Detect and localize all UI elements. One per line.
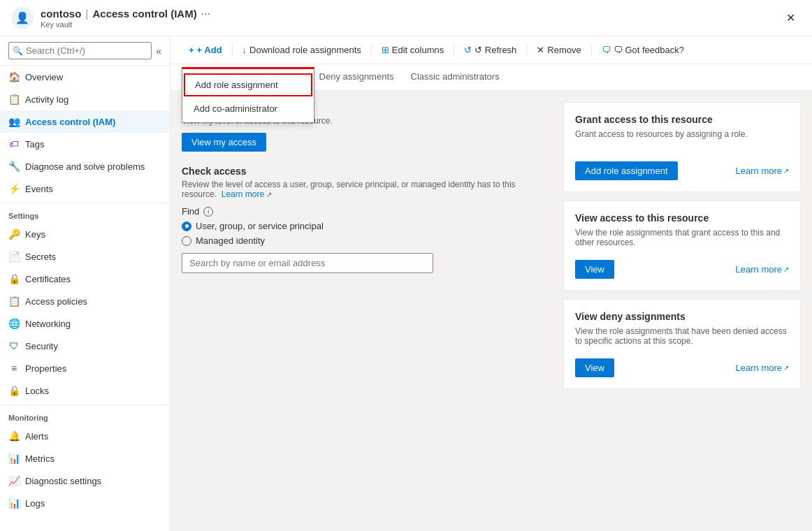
grant-access-card: Grant access to this resource Grant acce… [563, 102, 801, 192]
sidebar-item-diagnostic-settings[interactable]: 📈 Diagnostic settings [0, 470, 170, 492]
sidebar-item-access-policies[interactable]: 📋 Access policies [0, 290, 170, 312]
events-icon: ⚡ [8, 183, 20, 194]
grant-access-footer: Add role assignment Learn more ↗ [575, 161, 789, 180]
sidebar-item-label: Logs [25, 498, 45, 509]
sidebar-item-events[interactable]: ⚡ Events [0, 177, 170, 200]
add-co-administrator-menu-item[interactable]: Add co-administrator [182, 98, 314, 119]
feedback-button[interactable]: 🗨 🗨 Got feedback? [595, 42, 691, 58]
check-access-search-input[interactable] [182, 253, 433, 273]
external-link-icon-4: ↗ [783, 364, 789, 372]
download-label: Download role assignments [249, 45, 361, 55]
check-access-learn-more[interactable]: Learn more [222, 189, 264, 199]
view-deny-button[interactable]: View [575, 358, 614, 377]
add-button[interactable]: + + Add [182, 42, 229, 58]
header-separator: | [85, 8, 88, 20]
sidebar-item-label: Secrets [25, 252, 56, 262]
remove-button[interactable]: ✕ Remove [530, 42, 588, 58]
sidebar-item-label: Keys [25, 229, 45, 240]
download-icon: ↓ [242, 45, 247, 55]
main-layout: 🔍 « 🏠 Overview 📋 Activity log 👥 Access c… [0, 36, 812, 531]
view-access-footer: View Learn more ↗ [575, 260, 789, 279]
resource-icon: 👤 [11, 7, 34, 29]
tags-icon: 🏷 [8, 138, 20, 150]
view-access-button[interactable]: View [575, 260, 614, 279]
header-subtitle: Key vault [41, 20, 210, 29]
sidebar-item-access-control[interactable]: 👥 Access control (IAM) [0, 110, 170, 133]
sidebar: 🔍 « 🏠 Overview 📋 Activity log 👥 Access c… [0, 36, 171, 531]
radio-managed-identity-label: Managed identity [196, 235, 265, 246]
sidebar-item-overview[interactable]: 🏠 Overview [0, 66, 170, 88]
search-input[interactable] [8, 42, 152, 59]
search-icon: 🔍 [13, 46, 23, 56]
sidebar-item-logs[interactable]: 📊 Logs [0, 492, 170, 514]
top-header: 👤 contoso | Access control (IAM) ··· Key… [0, 0, 812, 36]
radio-user-group[interactable]: User, group, or service principal [182, 221, 552, 231]
radio-managed-identity[interactable]: Managed identity [182, 235, 552, 246]
sidebar-item-label: Locks [25, 386, 49, 396]
sidebar-item-secrets[interactable]: 📄 Secrets [0, 245, 170, 268]
sidebar-item-label: Events [25, 184, 53, 194]
add-role-assignment-card-button[interactable]: Add role assignment [575, 161, 678, 180]
sidebar-item-security[interactable]: 🛡 Security [0, 335, 170, 357]
info-icon[interactable]: i [203, 207, 213, 217]
sidebar-item-networking[interactable]: 🌐 Networking [0, 312, 170, 335]
external-link-icon-1: ↗ [266, 191, 272, 198]
remove-label: Remove [547, 45, 581, 55]
download-button[interactable]: ↓ Download role assignments [235, 42, 368, 58]
toolbar-sep-3 [454, 43, 454, 57]
check-access-section: Check access Review the level of access … [182, 166, 552, 273]
sidebar-item-label: Activity log [25, 94, 68, 105]
feedback-label: 🗨 Got feedback? [614, 45, 684, 55]
view-my-access-button[interactable]: View my access [182, 133, 266, 152]
close-button[interactable]: ✕ [781, 8, 801, 27]
feedback-icon: 🗨 [602, 45, 611, 55]
view-deny-footer: View Learn more ↗ [575, 358, 789, 377]
add-label: + Add [197, 45, 222, 55]
view-deny-learn-more[interactable]: Learn more [736, 363, 782, 373]
sidebar-item-label: Access policies [25, 296, 87, 307]
content-area: + + Add Add role assignment Add co-admin… [171, 36, 812, 531]
view-access-learn-more[interactable]: Learn more [736, 264, 782, 275]
external-link-icon-3: ↗ [783, 266, 789, 273]
remove-icon: ✕ [537, 45, 544, 55]
radio-managed-identity-circle [182, 236, 191, 246]
security-icon: 🛡 [8, 340, 20, 351]
sidebar-item-tags[interactable]: 🏷 Tags [0, 133, 170, 155]
sidebar-item-certificates[interactable]: 🔒 Certificates [0, 268, 170, 290]
tab-deny-assignments[interactable]: Deny assignments [311, 64, 403, 90]
sidebar-item-locks[interactable]: 🔒 Locks [0, 379, 170, 402]
access-control-icon: 👥 [8, 116, 20, 127]
sidebar-item-activity-log[interactable]: 📋 Activity log [0, 88, 170, 110]
add-role-assignment-menu-item[interactable]: Add role assignment [184, 73, 312, 96]
refresh-icon: ↺ [464, 45, 472, 55]
monitoring-section-header: Monitoring [0, 405, 170, 425]
toolbar: + + Add Add role assignment Add co-admin… [171, 36, 812, 64]
diagnose-icon: 🔧 [8, 161, 20, 172]
sidebar-item-metrics[interactable]: 📊 Metrics [0, 447, 170, 470]
grant-access-desc: Grant access to resources by assigning a… [575, 129, 789, 152]
sidebar-item-label: Metrics [25, 453, 55, 464]
keys-icon: 🔑 [8, 228, 20, 240]
sidebar-item-diagnose[interactable]: 🔧 Diagnose and solve problems [0, 155, 170, 177]
refresh-button[interactable]: ↺ ↺ Refresh [457, 42, 523, 58]
edit-columns-button[interactable]: ⊞ Edit columns [375, 42, 451, 58]
tab-classic-administrators[interactable]: Classic administrators [403, 64, 508, 90]
edit-columns-icon: ⊞ [382, 45, 389, 55]
sidebar-item-properties[interactable]: ≡ Properties [0, 357, 170, 379]
radio-user-group-circle [182, 221, 191, 231]
check-access-title: Check access [182, 166, 552, 177]
sidebar-item-label: Security [25, 341, 58, 351]
grant-access-learn-more[interactable]: Learn more [736, 166, 782, 176]
access-policies-icon: 📋 [8, 296, 20, 307]
sidebar-item-alerts[interactable]: 🔔 Alerts [0, 425, 170, 447]
sidebar-collapse-button[interactable]: « [156, 45, 161, 57]
radio-group: User, group, or service principal Manage… [182, 221, 552, 246]
toolbar-sep-4 [526, 43, 527, 57]
sidebar-nav: 🏠 Overview 📋 Activity log 👥 Access contr… [0, 66, 170, 531]
view-access-card: View access to this resource View the ro… [563, 201, 801, 291]
settings-section-header: Settings [0, 203, 170, 223]
sidebar-item-keys[interactable]: 🔑 Keys [0, 223, 170, 245]
view-access-desc: View the role assignments that grant acc… [575, 228, 789, 250]
sidebar-item-label: Alerts [25, 431, 48, 442]
header-dots[interactable]: ··· [201, 8, 210, 20]
